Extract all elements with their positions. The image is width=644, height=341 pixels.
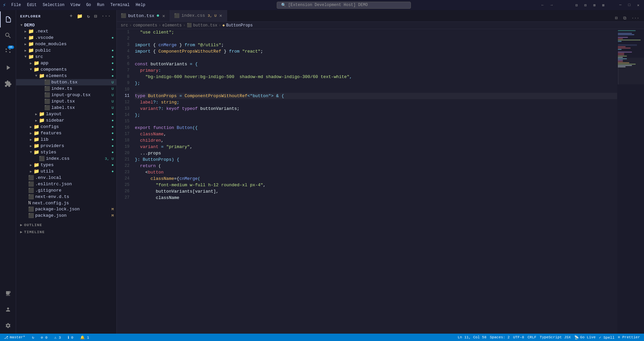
tab-close-btn[interactable]: ✕ xyxy=(219,13,223,18)
layout-btn-2[interactable]: ⊟ xyxy=(582,2,589,8)
spell-check[interactable]: ✓ Spell xyxy=(598,335,616,340)
more-actions-icon[interactable]: ··· xyxy=(630,15,641,21)
line-num: 7 xyxy=(119,67,129,74)
sidebar-item-env-local[interactable]: ▶ ⬛ .env.local xyxy=(16,175,116,181)
breadcrumb-file[interactable]: button.tsx xyxy=(193,23,217,28)
sidebar-item-input-tsx[interactable]: ▶ ⬛ input.tsx U xyxy=(16,98,116,105)
layout-btn-4[interactable]: ⊠ xyxy=(600,2,607,8)
sidebar-item-input-group-tsx[interactable]: ▶ ⬛ input-group.tsx U xyxy=(16,92,116,98)
notification-bell[interactable]: 🔔 1 xyxy=(79,335,91,340)
search-activity-icon[interactable] xyxy=(0,27,16,44)
prettier-btn[interactable]: ≡ Prettier xyxy=(616,335,641,340)
menu-help[interactable]: Help xyxy=(133,2,148,8)
sync-status[interactable]: ↻ xyxy=(31,335,36,340)
sidebar-item-configs[interactable]: ▶ 📁 configs ● xyxy=(16,124,116,130)
language-mode[interactable]: TypeScript JSX xyxy=(538,335,572,340)
menu-go[interactable]: Go xyxy=(84,2,94,8)
line-num: 6 xyxy=(119,61,129,67)
maximize-btn[interactable]: □ xyxy=(626,2,633,8)
line-num: 10 xyxy=(119,86,129,93)
sidebar-item-app[interactable]: ▶ 📁 app ● xyxy=(16,60,116,66)
tab-index-css[interactable]: ⬛ index.css 3, U ✕ xyxy=(170,10,227,21)
sidebar-item-public[interactable]: ▶ 📁 public ● xyxy=(16,47,116,54)
tab-button-tsx[interactable]: ⬛ button.tsx ● ✕ xyxy=(117,10,170,21)
line-ending[interactable]: CRLF xyxy=(526,335,538,340)
settings-activity-icon[interactable] xyxy=(0,318,16,334)
error-count[interactable]: ⊘ 0 xyxy=(40,335,49,340)
breadcrumb-components[interactable]: components xyxy=(133,23,157,28)
sidebar-item-features[interactable]: ▶ 📁 features ● xyxy=(16,130,116,136)
run-debug-activity-icon[interactable] xyxy=(0,60,16,76)
explorer-activity-icon[interactable] xyxy=(0,11,16,27)
minimize-btn[interactable]: ─ xyxy=(617,2,624,8)
accounts-activity-icon[interactable] xyxy=(0,301,16,318)
source-control-activity-icon[interactable]: 46 xyxy=(0,44,16,60)
remote-activity-icon[interactable] xyxy=(0,285,16,301)
sidebar-item-next-config[interactable]: ▶ N next.config.js xyxy=(16,200,116,206)
close-btn[interactable]: ✕ xyxy=(635,2,641,8)
sidebar-item-types[interactable]: ▶ 📁 types ● xyxy=(16,162,116,168)
cursor-position[interactable]: Ln 11, Col 58 xyxy=(456,335,488,340)
sidebar-item-label-tsx[interactable]: ▶ ⬛ label.tsx U xyxy=(16,105,116,111)
breadcrumb-src[interactable]: src xyxy=(121,23,128,28)
indentation[interactable]: Spaces: 2 xyxy=(488,335,511,340)
sidebar-item-button-tsx[interactable]: ▶ ⬛ button.tsx U xyxy=(16,79,116,85)
sidebar-item-node-modules[interactable]: ▶ 📁 node_modules xyxy=(16,41,116,47)
new-folder-icon[interactable]: 📁 xyxy=(75,13,84,20)
menu-view[interactable]: View xyxy=(68,2,83,8)
sidebar-item-vscode[interactable]: ▶ 📁 .vscode ● xyxy=(16,35,116,41)
split-editor-icon[interactable]: ⧉ xyxy=(621,15,628,21)
sidebar-item-utils[interactable]: ▶ 📁 utils ● xyxy=(16,168,116,175)
sidebar-item-layout[interactable]: ▶ 📁 layout ● xyxy=(16,111,116,117)
sidebar-item-next[interactable]: ▶ 📁 .next xyxy=(16,28,116,35)
menu-file[interactable]: File xyxy=(9,2,24,8)
language-text: TypeScript JSX xyxy=(540,335,571,339)
sidebar-item-styles[interactable]: ▼ 📁 styles ● xyxy=(16,149,116,155)
sidebar-item-elements[interactable]: ▼ 📁 elements ● xyxy=(16,73,116,79)
sidebar-item-lib[interactable]: ▶ 📁 lib ● xyxy=(16,136,116,143)
sidebar-item-sidebar-folder[interactable]: ▶ 📁 sidebar ● xyxy=(16,117,116,124)
git-branch[interactable]: ⎇ master* xyxy=(3,335,26,340)
code-content[interactable]: "use client"; import { cnMerge } from "@… xyxy=(133,29,617,334)
tab-close-btn[interactable]: ✕ xyxy=(162,13,166,19)
menu-selection[interactable]: Selection xyxy=(40,2,67,8)
breadcrumb-elements[interactable]: elements xyxy=(162,23,182,28)
sidebar-item-providers[interactable]: ▶ 📁 providers ● xyxy=(16,143,116,149)
menu-terminal[interactable]: Terminal xyxy=(108,2,132,8)
sidebar-item-index-css[interactable]: ▶ ⬛ index.css 3, U xyxy=(16,155,116,162)
layout-btn-3[interactable]: ⊞ xyxy=(591,2,598,8)
sidebar-item-eslintrc[interactable]: ▶ ⬛ .eslintrc.json xyxy=(16,181,116,187)
search-input[interactable]: 🔍 [Extension Development Host] DEMO xyxy=(277,2,411,9)
customize-layout-icon[interactable]: ⊟ xyxy=(613,15,620,21)
sidebar-item-package-lock[interactable]: ▶ ⬛ package-lock.json M xyxy=(16,206,116,212)
menu-run[interactable]: Run xyxy=(94,2,107,8)
go-live-btn[interactable]: 📡 Go Live xyxy=(573,335,597,340)
new-file-icon[interactable]: + xyxy=(68,13,74,20)
outline-section[interactable]: ▶ OUTLINE xyxy=(16,221,116,228)
refresh-icon[interactable]: ↻ xyxy=(86,13,92,20)
sidebar-item-src[interactable]: ▼ 📁 src ● xyxy=(16,54,116,60)
line-num: 4 xyxy=(119,48,129,55)
minimap xyxy=(617,29,644,334)
encoding[interactable]: UTF-8 xyxy=(512,335,526,340)
sidebar-item-package-json[interactable]: ▶ ⬛ package.json M xyxy=(16,212,116,219)
untracked-badge: U xyxy=(111,87,114,91)
collapse-all-icon[interactable]: ⊟ xyxy=(93,13,99,20)
sidebar-item-index-ts[interactable]: ▶ ⬛ index.ts U xyxy=(16,85,116,92)
timeline-section[interactable]: ▶ TIMELINE xyxy=(16,228,116,235)
sidebar-root-demo[interactable]: ▼ DEMO xyxy=(16,22,116,28)
sidebar-item-gitignore[interactable]: ▶ ⬛ .gitignore xyxy=(16,187,116,194)
sidebar-item-label: package-lock.json xyxy=(35,207,111,212)
sidebar-item-next-env[interactable]: ▶ ⬛ next-env.d.ts xyxy=(16,194,116,200)
chevron-right-icon: ▶ xyxy=(20,223,23,227)
code-editor[interactable]: 1 2 3 4 5 6 7 8 9 10 11 12 13 14 15 16 1… xyxy=(117,29,644,334)
extensions-activity-icon[interactable] xyxy=(0,76,16,92)
sidebar-item-components[interactable]: ▼ 📁 components ● xyxy=(16,66,116,73)
info-count[interactable]: ℹ 0 xyxy=(66,335,75,340)
more-actions-icon[interactable]: ··· xyxy=(100,13,112,20)
layout-btn-1[interactable]: ⊡ xyxy=(574,2,580,8)
nav-forward[interactable]: → xyxy=(548,2,555,8)
nav-back[interactable]: ← xyxy=(539,2,546,8)
menu-edit[interactable]: Edit xyxy=(24,2,39,8)
warning-count[interactable]: ⚠ 3 xyxy=(53,335,62,340)
